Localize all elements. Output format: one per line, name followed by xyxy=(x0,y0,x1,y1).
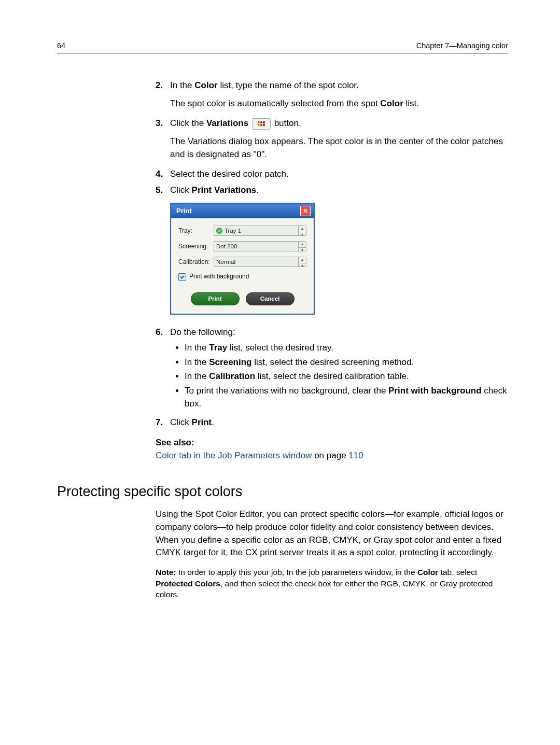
text: The spot color is automatically selected… xyxy=(170,99,380,108)
page-number: 64 xyxy=(57,41,65,50)
close-icon[interactable]: ✕ xyxy=(300,206,311,216)
note-block: Note: In order to apply this your job, I… xyxy=(156,567,508,600)
text: In order to apply this your job, In the … xyxy=(176,568,417,577)
text: list, type the name of the spot color. xyxy=(218,80,359,90)
text-bold: Color xyxy=(194,80,217,90)
text-bold: Color xyxy=(417,568,438,577)
step-body: Do the following: In the Tray list, sele… xyxy=(170,326,508,414)
ok-icon xyxy=(216,228,222,234)
text: list, select the desired tray. xyxy=(227,343,333,353)
text: . xyxy=(212,417,214,427)
chapter-title: Chapter 7—Managing color xyxy=(416,41,508,50)
screening-label: Screening: xyxy=(178,242,214,251)
text-bold: Protected Colors xyxy=(156,579,220,588)
step-body: Click Print. xyxy=(170,416,508,429)
step-number: 5. xyxy=(156,184,170,197)
see-also-heading: See also: xyxy=(156,437,508,449)
spinner-icon[interactable]: ▲▼ xyxy=(298,257,306,266)
list-item: To print the variations with no backgrou… xyxy=(185,385,508,410)
calibration-select[interactable]: Normal ▲▼ xyxy=(214,257,306,267)
text: button. xyxy=(274,118,301,128)
text-bold: Variations xyxy=(206,118,248,128)
text: list, select the desired screening metho… xyxy=(251,357,414,367)
print-button[interactable]: Print xyxy=(191,292,240,305)
text: Click the xyxy=(170,118,206,128)
note-label: Note: xyxy=(156,568,176,577)
text: To print the variations with no backgrou… xyxy=(185,386,388,396)
step-number: 6. xyxy=(156,326,170,414)
list-item: In the Tray list, select the desired tra… xyxy=(185,342,508,355)
section-body: Using the Spot Color Editor, you can pro… xyxy=(156,508,508,559)
tray-label: Tray: xyxy=(178,227,214,235)
text: list. xyxy=(403,99,419,108)
text: The Variations dialog box appears. The s… xyxy=(170,135,508,161)
text-bold: Print with background xyxy=(388,386,481,396)
screening-select[interactable]: Dot 200 ▲▼ xyxy=(214,241,306,251)
text: In the xyxy=(185,357,209,367)
checkbox-label: Print with background xyxy=(189,272,249,281)
text-bold: Print Variations xyxy=(192,185,257,195)
text: In the xyxy=(170,80,194,90)
dialog-separator xyxy=(178,287,306,287)
section-heading: Protecting specific spot colors xyxy=(57,484,508,500)
step-number: 3. xyxy=(156,117,170,165)
screening-value: Dot 200 xyxy=(216,242,237,251)
cancel-button[interactable]: Cancel xyxy=(246,292,295,305)
text: Do the following: xyxy=(170,326,508,339)
step-number: 2. xyxy=(156,79,170,114)
text: In the xyxy=(185,343,209,353)
spinner-icon[interactable]: ▲▼ xyxy=(298,226,306,235)
text-bold: Print xyxy=(192,417,212,427)
text: Click xyxy=(170,185,192,195)
see-also-page-link[interactable]: 110 xyxy=(348,451,363,460)
text: on page xyxy=(312,451,348,460)
text: In the xyxy=(185,371,209,381)
step-body: Click Print Variations. xyxy=(170,184,508,197)
list-item: In the Screening list, select the desire… xyxy=(185,356,508,369)
text: tab, select xyxy=(438,568,477,577)
text-bold: Tray xyxy=(209,343,227,353)
list-item: In the Calibration list, select the desi… xyxy=(185,370,508,383)
print-dialog: Print ✕ Tray: Tray 1 ▲▼ Screening: Dot 2… xyxy=(170,203,315,314)
text: Click xyxy=(170,417,192,427)
see-also-link[interactable]: Color tab in the Job Parameters window xyxy=(156,451,312,460)
text: . xyxy=(256,185,259,195)
text-bold: Color xyxy=(380,99,403,108)
header-rule xyxy=(57,53,508,53)
print-with-background-checkbox[interactable] xyxy=(178,273,186,281)
spinner-icon[interactable]: ▲▼ xyxy=(298,242,306,251)
step-body: Click the Variations button. The Variati… xyxy=(170,117,508,165)
text-bold: Screening xyxy=(209,357,251,367)
text-bold: Calibration xyxy=(209,371,255,381)
step-body: In the Color list, type the name of the … xyxy=(170,79,508,114)
tray-value: Tray 1 xyxy=(225,227,241,235)
step-number: 7. xyxy=(156,416,170,429)
dialog-title: Print xyxy=(176,206,192,216)
calibration-value: Normal xyxy=(216,258,235,266)
step-body: Select the desired color patch. xyxy=(170,168,508,181)
variations-icon xyxy=(252,118,271,130)
calibration-label: Calibration: xyxy=(178,258,214,266)
dialog-titlebar: Print ✕ xyxy=(171,204,314,218)
step-number: 4. xyxy=(156,168,170,181)
text: list, select the desired calibration tab… xyxy=(255,371,409,381)
tray-select[interactable]: Tray 1 ▲▼ xyxy=(214,226,306,236)
